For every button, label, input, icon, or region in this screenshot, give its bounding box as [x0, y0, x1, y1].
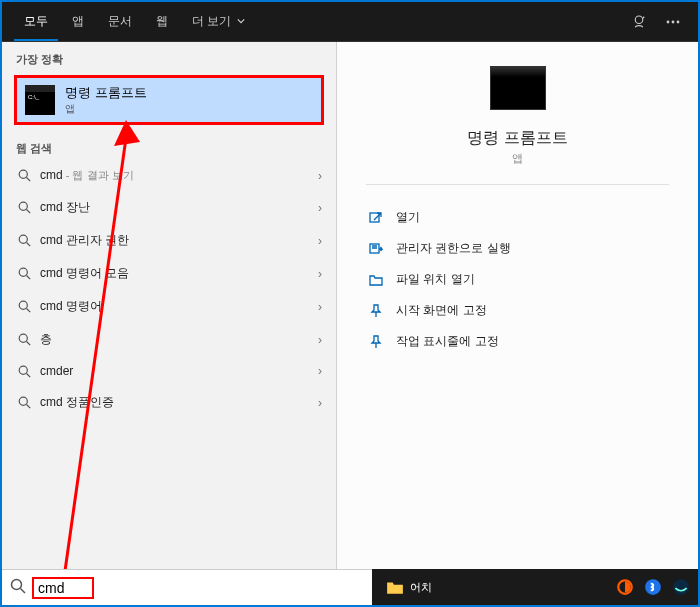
svg-line-22 [26, 405, 30, 409]
search-result-cmd-command[interactable]: cmd 명령어 › [2, 290, 336, 323]
best-match-text: 명령 프롬프트 앱 [65, 84, 147, 116]
action-label: 시작 화면에 고정 [396, 302, 487, 319]
svg-line-8 [26, 178, 30, 182]
search-icon [16, 169, 32, 182]
taskbar-item-label: 어치 [410, 580, 432, 595]
svg-point-11 [19, 235, 27, 243]
svg-point-13 [19, 268, 27, 276]
open-icon [366, 210, 386, 226]
search-result-cmd-jangnan[interactable]: cmd 장난 › [2, 191, 336, 224]
options-icon[interactable] [660, 9, 686, 35]
divider [366, 184, 669, 185]
tray-icon-1[interactable] [616, 578, 634, 596]
result-label: cmd 장난 [40, 199, 318, 216]
chevron-right-icon: › [318, 201, 322, 215]
action-label: 열기 [396, 209, 420, 226]
search-result-cmd-genuine[interactable]: cmd 정품인증 › [2, 386, 336, 419]
tray-icon-2[interactable] [644, 578, 662, 596]
preview-title: 명령 프롬프트 [467, 128, 567, 149]
taskbar-item-folder[interactable]: 어치 [380, 574, 438, 600]
search-box[interactable] [2, 569, 372, 605]
tab-docs[interactable]: 문서 [98, 3, 142, 41]
preview-pane: 명령 프롬프트 앱 열기 관리자 권한으로 실행 파일 위치 열기 [337, 42, 698, 569]
svg-point-1 [667, 20, 670, 23]
result-label: cmd 정품인증 [40, 394, 318, 411]
tab-web[interactable]: 웹 [146, 3, 178, 41]
search-result-cmd[interactable]: cmd - 웹 결과 보기 › [2, 160, 336, 191]
taskbar: 어치 [372, 569, 698, 605]
action-pin-start[interactable]: 시작 화면에 고정 [366, 296, 669, 325]
cmd-app-icon: C:\_ [25, 85, 55, 115]
folder-icon [366, 272, 386, 288]
header-bar: 모두 앱 문서 웹 더 보기 [2, 2, 698, 42]
preview-subtitle: 앱 [512, 151, 523, 166]
result-label: cmd 관리자 권한 [40, 232, 318, 249]
search-icon [16, 300, 32, 313]
action-open[interactable]: 열기 [366, 203, 669, 232]
tab-apps[interactable]: 앱 [62, 3, 94, 41]
search-panel: 모두 앱 문서 웹 더 보기 가장 정확 C:\_ [0, 0, 700, 607]
svg-rect-5 [25, 85, 55, 92]
chevron-down-icon [237, 17, 245, 25]
svg-line-10 [26, 210, 30, 214]
svg-point-15 [19, 301, 27, 309]
svg-line-18 [26, 342, 30, 346]
search-icon [10, 578, 26, 598]
search-input[interactable] [38, 580, 88, 596]
svg-line-12 [26, 243, 30, 247]
action-run-admin[interactable]: 관리자 권한으로 실행 [366, 234, 669, 263]
chevron-right-icon: › [318, 169, 322, 183]
preview-app-icon [490, 66, 546, 110]
svg-point-0 [635, 16, 643, 24]
search-icon [16, 234, 32, 247]
chevron-right-icon: › [318, 396, 322, 410]
web-search-heading: 웹 검색 [2, 131, 336, 160]
search-icon [16, 267, 32, 280]
tray-icon-3[interactable] [672, 578, 690, 596]
result-label: 층 [40, 331, 318, 348]
chevron-right-icon: › [318, 234, 322, 248]
feedback-icon[interactable] [626, 9, 652, 35]
folder-icon [386, 578, 404, 596]
result-label: cmd 명령어 [40, 298, 318, 315]
search-icon [16, 396, 32, 409]
tab-all[interactable]: 모두 [14, 3, 58, 41]
preview-actions: 열기 관리자 권한으로 실행 파일 위치 열기 시작 화면에 고정 작업 표시줄… [366, 203, 669, 356]
svg-point-27 [12, 579, 22, 589]
search-icon [16, 201, 32, 214]
action-label: 작업 표시줄에 고정 [396, 333, 499, 350]
svg-point-7 [19, 170, 27, 178]
action-open-location[interactable]: 파일 위치 열기 [366, 265, 669, 294]
svg-rect-23 [370, 213, 379, 222]
search-icon [16, 365, 32, 378]
svg-text:C:\_: C:\_ [28, 94, 40, 100]
action-pin-taskbar[interactable]: 작업 표시줄에 고정 [366, 327, 669, 356]
svg-point-21 [19, 397, 27, 405]
action-label: 관리자 권한으로 실행 [396, 240, 511, 257]
system-tray [616, 578, 690, 596]
action-label: 파일 위치 열기 [396, 271, 475, 288]
result-label: cmd 명령어 모음 [40, 265, 318, 282]
search-result-cmd-moeum[interactable]: cmd 명령어 모음 › [2, 257, 336, 290]
search-result-cmder[interactable]: cmder › [2, 356, 336, 386]
svg-point-9 [19, 202, 27, 210]
pin-start-icon [366, 303, 386, 319]
result-label: cmder [40, 364, 318, 378]
svg-point-19 [19, 366, 27, 374]
svg-line-20 [26, 373, 30, 377]
best-match-subtitle: 앱 [65, 102, 147, 116]
svg-line-16 [26, 309, 30, 313]
search-result-cmd-admin[interactable]: cmd 관리자 권한 › [2, 224, 336, 257]
svg-line-28 [21, 588, 26, 593]
admin-icon [366, 241, 386, 257]
results-body: 가장 정확 C:\_ 명령 프롬프트 앱 웹 검색 cmd - 웹 결과 보기 … [2, 42, 698, 569]
svg-point-17 [19, 334, 27, 342]
best-match-item[interactable]: C:\_ 명령 프롬프트 앱 [14, 75, 324, 125]
chevron-right-icon: › [318, 333, 322, 347]
chevron-right-icon: › [318, 364, 322, 378]
header-actions [626, 9, 698, 35]
best-match-heading: 가장 정확 [2, 42, 336, 71]
search-icon [16, 333, 32, 346]
search-result-cheung[interactable]: 층 › [2, 323, 336, 356]
tab-more[interactable]: 더 보기 [182, 3, 255, 41]
